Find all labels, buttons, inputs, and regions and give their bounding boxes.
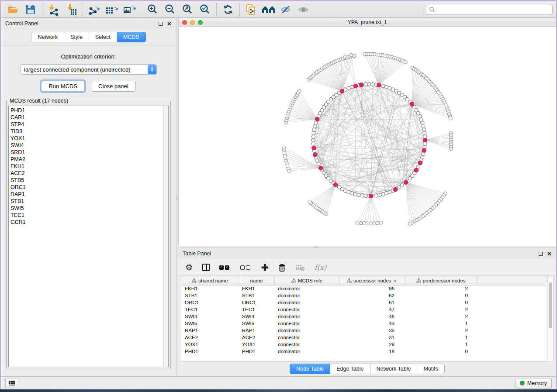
table-row[interactable]: SWI4SWI4dominator462 bbox=[181, 313, 547, 320]
network-node bbox=[376, 221, 379, 225]
export-table-icon[interactable] bbox=[103, 3, 121, 17]
network-node bbox=[423, 131, 426, 135]
mcds-result-item[interactable]: CAR1 bbox=[10, 114, 168, 121]
tab-mcds[interactable]: MCDS bbox=[117, 32, 146, 42]
network-node bbox=[393, 187, 397, 191]
tab-motifs[interactable]: Motifs bbox=[417, 364, 444, 374]
mcds-result-list[interactable]: PHD1CAR1STP4TID3YOX1SWI4SRD1PMA2FKH1ACE2… bbox=[8, 106, 169, 367]
table-row[interactable]: ORC1ORC1dominator610 bbox=[181, 299, 547, 306]
criterion-select[interactable]: largest connected component (undirected)… bbox=[20, 64, 157, 75]
network-node bbox=[364, 83, 367, 86]
tab-style[interactable]: Style bbox=[64, 32, 89, 42]
deselect-all-icon[interactable] bbox=[240, 265, 252, 270]
vertical-splitter[interactable] bbox=[176, 18, 178, 376]
minimize-window-icon[interactable] bbox=[190, 20, 195, 25]
network-node bbox=[360, 83, 363, 87]
mcds-result-item[interactable]: FKH1 bbox=[10, 163, 168, 170]
panel-toggle-button[interactable] bbox=[5, 378, 18, 388]
float-table-panel-icon[interactable] bbox=[539, 252, 543, 256]
horizontal-splitter[interactable] bbox=[178, 246, 556, 248]
column-header-name[interactable]: name bbox=[239, 276, 274, 285]
network-node bbox=[315, 117, 319, 121]
mcds-result-item[interactable]: RAP1 bbox=[10, 191, 168, 198]
mcds-result-item[interactable]: PHD1 bbox=[10, 107, 168, 114]
close-table-panel-icon[interactable]: ✕ bbox=[547, 251, 552, 257]
column-header-predecessor-nodes[interactable]: predecessor nodes bbox=[404, 276, 477, 285]
network-canvas[interactable] bbox=[179, 27, 556, 246]
column-header-successor-nodes[interactable]: successor nodes∨ bbox=[339, 276, 404, 285]
network-node bbox=[374, 194, 378, 197]
table-row[interactable]: YOX1YOX1connector291 bbox=[181, 341, 547, 348]
tab-network-table[interactable]: Network Table bbox=[370, 364, 418, 374]
run-mcds-button[interactable]: Run MCDS bbox=[41, 81, 85, 92]
export-image-icon[interactable] bbox=[121, 3, 138, 17]
maximize-window-icon[interactable] bbox=[198, 20, 203, 25]
show-columns-icon[interactable] bbox=[202, 264, 210, 271]
network-node bbox=[373, 222, 376, 225]
first-neighbors-icon[interactable] bbox=[260, 3, 277, 17]
memory-button[interactable]: Memory bbox=[515, 378, 552, 389]
open-file-icon[interactable] bbox=[4, 3, 22, 17]
table-row[interactable]: STB1STB1dominator620 bbox=[181, 292, 547, 299]
mcds-result-item[interactable]: STB1 bbox=[10, 198, 168, 205]
network-node bbox=[312, 131, 315, 135]
import-network-icon[interactable] bbox=[45, 3, 62, 17]
mcds-result-item[interactable]: STB5 bbox=[10, 177, 168, 184]
search-input[interactable] bbox=[437, 7, 550, 13]
network-node bbox=[384, 192, 388, 195]
tab-edge-table[interactable]: Edge Table bbox=[330, 364, 370, 374]
close-panel-icon[interactable]: ✕ bbox=[167, 21, 172, 27]
zoom-out-icon[interactable] bbox=[161, 3, 179, 17]
create-column-icon[interactable]: ✚ bbox=[261, 263, 269, 272]
hide-selected-icon[interactable] bbox=[277, 3, 295, 17]
float-panel-icon[interactable] bbox=[159, 22, 163, 26]
table-row[interactable]: TEC1TEC1connector472 bbox=[181, 306, 547, 313]
close-window-icon[interactable] bbox=[182, 20, 187, 25]
table-row[interactable]: FKH1FKH1dominator962 bbox=[181, 285, 547, 292]
network-node bbox=[313, 124, 317, 128]
import-table-icon[interactable] bbox=[62, 3, 80, 17]
mcds-result-item[interactable]: ACE2 bbox=[10, 170, 168, 177]
refresh-icon[interactable] bbox=[219, 3, 237, 17]
sort-desc-icon: ∨ bbox=[394, 279, 397, 283]
table-row[interactable]: RAP1RAP1dominator352 bbox=[181, 327, 547, 334]
table-row[interactable]: PHD1PHD1dominator180 bbox=[181, 348, 547, 355]
table-row[interactable]: ACE2ACE2connector311 bbox=[181, 334, 547, 341]
zoom-in-icon[interactable] bbox=[144, 3, 161, 17]
mcds-result-item[interactable]: SRD1 bbox=[10, 149, 168, 156]
mcds-result-item[interactable]: SWI5 bbox=[10, 205, 168, 212]
table-row[interactable]: SWI5SWI5connector431 bbox=[181, 320, 547, 327]
duplicate-network-icon[interactable] bbox=[242, 3, 260, 17]
mcds-result-item[interactable]: GCR1 bbox=[10, 219, 168, 226]
network-node bbox=[311, 142, 315, 145]
mcds-result-item[interactable]: YOX1 bbox=[10, 135, 168, 142]
show-all-icon[interactable] bbox=[295, 3, 312, 17]
mcds-result-item[interactable]: SWI4 bbox=[10, 142, 168, 149]
mcds-result-item[interactable]: PMA2 bbox=[10, 156, 168, 163]
network-node bbox=[422, 152, 425, 156]
tab-node-table[interactable]: Node Table bbox=[290, 364, 330, 374]
mcds-result-item[interactable]: TEC1 bbox=[10, 212, 168, 219]
function-builder-icon: f(x) bbox=[315, 263, 326, 272]
select-all-icon[interactable] bbox=[219, 265, 231, 270]
network-node bbox=[371, 83, 374, 86]
tab-select[interactable]: Select bbox=[89, 32, 117, 42]
zoom-fit-icon[interactable] bbox=[179, 3, 196, 17]
column-header-MCDS-role[interactable]: MCDS role bbox=[274, 276, 339, 285]
zoom-selected-icon[interactable] bbox=[196, 3, 214, 17]
settings-gear-icon[interactable]: ⚙ bbox=[185, 263, 193, 272]
mcds-result-item[interactable]: ORC1 bbox=[10, 184, 168, 191]
mcds-result-item[interactable]: TID3 bbox=[10, 128, 168, 135]
network-node bbox=[353, 54, 356, 58]
table-panel-title: Table Panel bbox=[183, 251, 211, 257]
tab-network[interactable]: Network bbox=[31, 32, 64, 42]
node-table: shared namenameMCDS rolesuccessor nodes∨… bbox=[181, 276, 554, 361]
result-list-scrollbar[interactable] bbox=[163, 106, 168, 367]
close-panel-button[interactable]: Close panel bbox=[91, 81, 136, 92]
table-scrollbar[interactable] bbox=[547, 276, 553, 361]
save-session-icon[interactable] bbox=[22, 3, 39, 17]
column-header-shared-name[interactable]: shared name bbox=[181, 276, 239, 285]
delete-column-icon[interactable] bbox=[278, 263, 286, 272]
mcds-result-item[interactable]: STP4 bbox=[10, 121, 168, 128]
export-network-icon[interactable] bbox=[86, 3, 103, 17]
